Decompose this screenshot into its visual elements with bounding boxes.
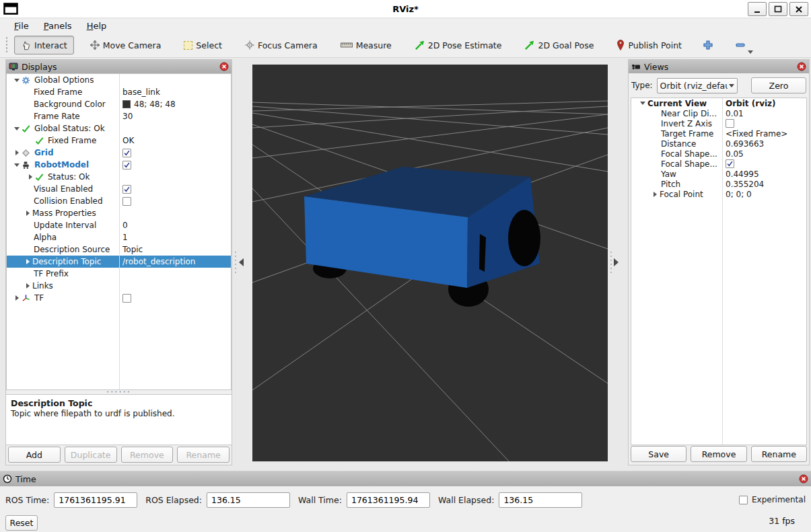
tool-interact[interactable]: Interact xyxy=(14,36,74,54)
tool-select[interactable]: Select xyxy=(177,36,229,54)
row-value[interactable]: 0 xyxy=(122,221,128,230)
checkbox-checked[interactable] xyxy=(122,185,131,194)
menu-bar: File Panels Help xyxy=(0,19,811,33)
row-label: TF xyxy=(34,293,44,303)
zero-button[interactable]: Zero xyxy=(751,77,806,93)
view-row-invert-z[interactable]: Invert Z Axis xyxy=(631,118,806,128)
displays-tree: Global Options Fixed Frame base_link Bac… xyxy=(6,73,232,390)
time-panel-header[interactable]: Time xyxy=(0,471,811,486)
wall-elapsed-input[interactable] xyxy=(499,492,582,508)
remove-tool-button[interactable] xyxy=(730,36,750,54)
view-type-dropdown[interactable]: Orbit (rviz_default_ xyxy=(657,78,738,93)
color-swatch[interactable] xyxy=(122,100,131,108)
experimental-checkbox[interactable] xyxy=(739,496,748,504)
row-value[interactable]: 0.44995 xyxy=(726,169,759,179)
row-value[interactable]: 0.693663 xyxy=(726,139,764,149)
expander-right-icon[interactable] xyxy=(26,283,30,289)
row-value[interactable]: <Fixed Frame> xyxy=(726,129,787,139)
row-label: Target Frame xyxy=(661,129,713,139)
checkbox-unchecked[interactable] xyxy=(122,294,131,303)
tool-2d-goal-pose[interactable]: 2D Goal Pose xyxy=(518,36,600,54)
views-panel-header[interactable]: Views xyxy=(629,60,809,73)
view-row-pitch[interactable]: Pitch 0.355204 xyxy=(631,179,806,189)
checkbox-checked[interactable] xyxy=(726,159,734,168)
column-divider[interactable] xyxy=(119,74,120,389)
view-type-row: Type: Orbit (rviz_default_ Zero xyxy=(631,77,806,93)
chevron-down-icon[interactable] xyxy=(748,50,753,54)
expander-right-icon[interactable] xyxy=(29,174,32,180)
tool-focus-camera[interactable]: Focus Camera xyxy=(238,36,324,54)
expander-right-icon[interactable] xyxy=(26,211,30,216)
row-value[interactable]: 0.05 xyxy=(726,149,744,159)
displays-panel-header[interactable]: Displays xyxy=(6,60,232,73)
focus-crosshair-icon xyxy=(245,40,254,50)
add-tool-button[interactable] xyxy=(698,36,718,54)
expander-down-icon[interactable] xyxy=(640,102,645,105)
view-row-current-view[interactable]: Current View Orbit (rviz) xyxy=(631,98,806,108)
reset-button[interactable]: Reset xyxy=(5,515,38,531)
row-label: Yaw xyxy=(661,169,676,179)
tool-2d-pose-estimate[interactable]: 2D Pose Estimate xyxy=(408,36,509,54)
tool-publish-point[interactable]: Publish Point xyxy=(610,36,689,54)
ros-time-input[interactable] xyxy=(54,492,137,508)
ros-elapsed-input[interactable] xyxy=(207,492,290,508)
panel-close-icon[interactable] xyxy=(799,474,808,484)
row-label: Status: Ok xyxy=(48,172,90,182)
title-bar: RViz* xyxy=(0,0,811,18)
row-value[interactable]: 1 xyxy=(122,233,128,242)
right-splitter[interactable] xyxy=(610,250,612,274)
wall-time-input[interactable] xyxy=(347,492,430,508)
row-value[interactable]: 48; 48; 48 xyxy=(134,100,176,109)
row-value[interactable]: 0.01 xyxy=(726,109,744,118)
expander-right-icon[interactable] xyxy=(26,259,30,264)
checkbox-unchecked[interactable] xyxy=(726,119,734,128)
3d-viewport[interactable] xyxy=(252,65,608,461)
expander-right-icon[interactable] xyxy=(15,295,19,301)
tool-measure[interactable]: Measure xyxy=(334,36,398,54)
rename-button[interactable]: Rename xyxy=(751,446,807,462)
maximize-button[interactable] xyxy=(769,2,787,16)
tool-label: Measure xyxy=(356,40,392,50)
view-row-yaw[interactable]: Yaw 0.44995 xyxy=(631,169,806,179)
checkbox-checked[interactable] xyxy=(122,161,131,169)
menu-file[interactable]: File xyxy=(8,20,35,32)
expander-down-icon[interactable] xyxy=(14,127,20,130)
minimize-button[interactable] xyxy=(748,2,767,16)
checkbox-checked[interactable] xyxy=(122,149,131,157)
view-row-near-clip[interactable]: Near Clip Di... 0.01 xyxy=(631,108,806,118)
toolbar-drag-handle[interactable] xyxy=(5,36,9,54)
expander-down-icon[interactable] xyxy=(14,79,20,82)
view-row-target-frame[interactable]: Target Frame <Fixed Frame> xyxy=(631,128,806,139)
column-divider[interactable] xyxy=(722,98,723,445)
tool-move-camera[interactable]: Move Camera xyxy=(83,36,168,54)
rename-button: Rename xyxy=(177,447,230,463)
menu-help[interactable]: Help xyxy=(81,20,113,32)
checkbox-unchecked[interactable] xyxy=(122,197,131,206)
row-value[interactable]: 30 xyxy=(122,112,133,121)
collapse-left-arrow-icon[interactable] xyxy=(239,258,244,266)
view-row-focal-point[interactable]: Focal Point 0; 0; 0 xyxy=(631,189,806,199)
expander-right-icon[interactable] xyxy=(15,150,19,155)
collapse-right-arrow-icon[interactable] xyxy=(614,258,619,266)
left-splitter[interactable] xyxy=(234,250,237,274)
add-button[interactable]: Add xyxy=(8,447,61,463)
row-value[interactable]: 0; 0; 0 xyxy=(726,190,752,199)
close-button[interactable] xyxy=(789,2,808,16)
view-row-distance[interactable]: Distance 0.693663 xyxy=(631,139,806,149)
clock-icon xyxy=(3,474,12,484)
panel-close-icon[interactable] xyxy=(219,62,229,71)
row-value[interactable]: 0.355204 xyxy=(726,180,764,189)
remove-button[interactable]: Remove xyxy=(691,446,746,462)
row-value[interactable]: Topic xyxy=(122,245,143,254)
menu-panels[interactable]: Panels xyxy=(38,20,78,32)
expander-down-icon[interactable] xyxy=(14,163,20,167)
view-row-focal-shape-size[interactable]: Focal Shape... 0.05 xyxy=(631,149,806,159)
ros-time-label: ROS Time: xyxy=(5,495,49,505)
save-button[interactable]: Save xyxy=(631,446,686,462)
panel-close-icon[interactable] xyxy=(797,62,806,71)
expander-right-icon[interactable] xyxy=(654,192,657,197)
view-row-focal-shape-fixed[interactable]: Focal Shape... xyxy=(631,159,806,169)
row-value[interactable]: base_link xyxy=(122,87,160,97)
row-value[interactable]: /robot_description xyxy=(122,257,195,266)
row-label: Distance xyxy=(661,139,696,149)
